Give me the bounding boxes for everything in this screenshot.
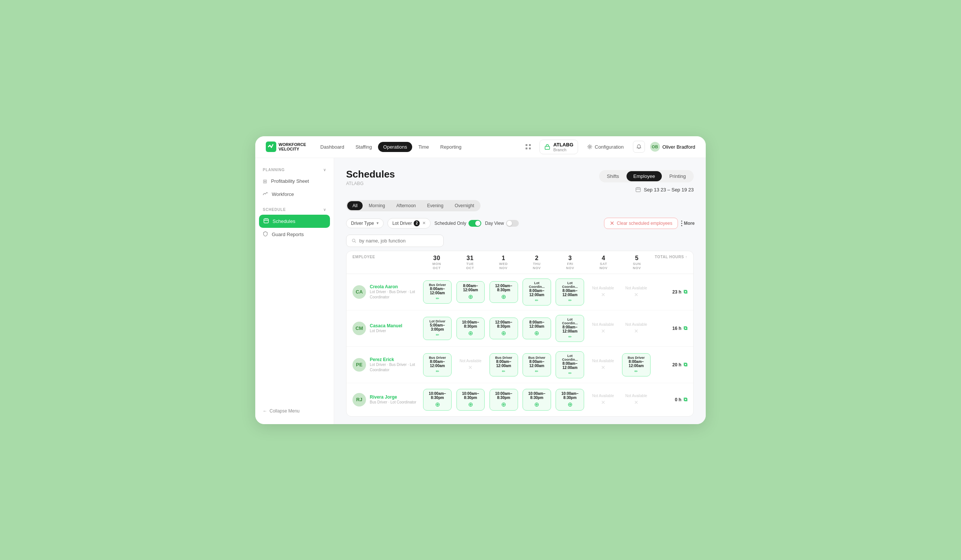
shift-cell-3-2[interactable]: 10:00am–8:30pm ⊕ <box>488 388 519 412</box>
branch-badge[interactable]: ATLABG Branch <box>540 140 578 154</box>
day-view-switch[interactable] <box>506 220 519 227</box>
grid-icon[interactable] <box>522 141 534 153</box>
shift-card[interactable]: 8:00am–12:00am ⊕ <box>522 318 551 339</box>
add-icon[interactable]: ⊕ <box>526 329 548 337</box>
add-icon[interactable]: ⊕ <box>493 293 515 300</box>
add-icon[interactable]: ⊕ <box>460 329 482 337</box>
shift-cell-3-0[interactable]: 10:00am–8:30pm ⊕ <box>421 388 453 412</box>
copy-icon[interactable]: ⧉ <box>684 361 687 368</box>
driver-type-filter[interactable]: Driver Type ▾ <box>346 218 384 228</box>
shift-cell-3-5[interactable]: Not Available ✕ <box>587 388 619 412</box>
shift-cell-1-2[interactable]: 12:00am–8:30pm ⊕ <box>488 316 519 340</box>
shift-card[interactable]: Lot Coordin... 8:00am–12:00am ✏ <box>556 279 584 305</box>
add-icon[interactable]: ⊕ <box>426 401 448 408</box>
add-icon[interactable]: ⊕ <box>559 401 581 408</box>
sidebar-item-schedules[interactable]: Schedules <box>259 215 330 228</box>
copy-icon[interactable]: ⧉ <box>684 325 687 331</box>
shift-card[interactable]: 10:00am–8:30pm ⊕ <box>522 389 551 411</box>
sort-icon[interactable]: ↑ <box>685 255 687 259</box>
edit-icon[interactable]: ✏ <box>526 298 548 303</box>
shift-cell-2-0[interactable]: Bus Driver 8:00am–12:00am ✏ <box>421 353 453 377</box>
edit-icon[interactable]: ✏ <box>493 369 515 374</box>
clear-scheduled-button[interactable]: Clear scheduled employees <box>604 218 678 229</box>
tab-printing[interactable]: Printing <box>662 171 693 181</box>
shift-cell-0-0[interactable]: Bus Driver 8:00am–12:00am ✏ <box>421 280 453 304</box>
time-tab-all[interactable]: All <box>347 201 363 210</box>
shift-card[interactable]: Bus Driver 8:00am–12:00am ✏ <box>423 280 452 304</box>
lot-driver-filter[interactable]: Lot Driver 2 ✕ <box>387 218 431 229</box>
nav-item-reporting[interactable]: Reporting <box>435 142 467 152</box>
edit-icon[interactable]: ✏ <box>559 298 581 303</box>
edit-icon[interactable]: ✏ <box>426 369 448 374</box>
more-button[interactable]: More <box>682 217 694 229</box>
shift-cell-2-6[interactable]: Bus Driver 8:00am–12:00am ✏ <box>620 353 652 377</box>
add-icon[interactable]: ⊕ <box>460 293 482 300</box>
add-icon[interactable]: ⊕ <box>493 329 515 337</box>
scheduled-only-toggle[interactable]: Scheduled Only <box>434 220 481 227</box>
time-tab-afternoon[interactable]: Afternoon <box>391 201 421 210</box>
edit-icon[interactable]: ✏ <box>526 369 548 374</box>
sidebar-item-guard-reports[interactable]: Guard Reports <box>255 228 334 241</box>
search-input-wrap[interactable] <box>346 234 444 247</box>
shift-cell-3-3[interactable]: 10:00am–8:30pm ⊕ <box>521 388 553 412</box>
shift-card[interactable]: Lot Coordin... 8:00am–12:00am ✏ <box>522 279 551 305</box>
shift-cell-1-1[interactable]: 10:00am–8:30pm ⊕ <box>455 316 486 340</box>
edit-icon[interactable]: ✏ <box>426 332 448 337</box>
time-tab-overnight[interactable]: Overnight <box>449 201 479 210</box>
edit-icon[interactable]: ✏ <box>559 334 581 339</box>
shift-cell-2-5[interactable]: Not Available ✕ <box>587 353 619 377</box>
add-icon[interactable]: ⊕ <box>493 401 515 408</box>
shift-card[interactable]: Bus Driver 8:00am–12:00am ✏ <box>423 353 452 377</box>
shift-cell-0-6[interactable]: Not Available ✕ <box>620 280 652 304</box>
shift-cell-1-5[interactable]: Not Available ✕ <box>587 316 619 340</box>
copy-icon[interactable]: ⧉ <box>684 289 687 295</box>
add-icon[interactable]: ⊕ <box>526 401 548 408</box>
tab-employee[interactable]: Employee <box>627 171 662 181</box>
shift-card[interactable]: 8:00am–12:00am ⊕ <box>456 281 485 303</box>
edit-icon[interactable]: ✏ <box>559 371 581 376</box>
edit-icon[interactable]: ✏ <box>625 369 647 374</box>
shift-cell-0-4[interactable]: Lot Coordin... 8:00am–12:00am ✏ <box>554 279 586 305</box>
shift-card[interactable]: 10:00am–8:30pm ⊕ <box>456 389 485 411</box>
tab-shifts[interactable]: Shifts <box>600 171 626 181</box>
copy-icon[interactable]: ⧉ <box>684 396 687 403</box>
collapse-menu-button[interactable]: ← Collapse Menu <box>255 404 334 418</box>
shift-cell-0-2[interactable]: 12:00am–8:30pm ⊕ <box>488 280 519 304</box>
shift-cell-1-6[interactable]: Not Available ✕ <box>620 316 652 340</box>
sidebar-item-workforce[interactable]: Workforce <box>255 188 334 201</box>
shift-cell-2-2[interactable]: Bus Driver 8:00am–12:00am ✏ <box>488 353 519 377</box>
user-button[interactable]: OB Oliver Bradford <box>650 142 695 152</box>
emp-name[interactable]: Rivera Jorge <box>370 395 416 400</box>
emp-name[interactable]: Casaca Manuel <box>370 323 402 329</box>
shift-cell-1-4[interactable]: Lot Coordin... 8:00am–12:00am ✏ <box>554 315 586 342</box>
config-button[interactable]: Configuration <box>583 142 627 152</box>
shift-card[interactable]: 10:00am–8:30pm ⊕ <box>556 389 584 411</box>
nav-item-operations[interactable]: Operations <box>378 142 413 152</box>
shift-cell-1-0[interactable]: Lot Driver 5:00am–3:00pm ✏ <box>421 316 453 340</box>
date-range[interactable]: Sep 13 23 – Sep 19 23 <box>636 187 694 193</box>
shift-card[interactable]: 10:00am–8:30pm ⊕ <box>490 389 518 411</box>
shift-cell-0-1[interactable]: 8:00am–12:00am ⊕ <box>455 280 486 304</box>
shift-cell-1-3[interactable]: 8:00am–12:00am ⊕ <box>521 316 553 340</box>
edit-icon[interactable]: ✏ <box>426 296 448 301</box>
nav-item-dashboard[interactable]: Dashboard <box>315 142 349 152</box>
shift-cell-2-4[interactable]: Lot Coordin... 8:00am–12:00am ✏ <box>554 351 586 378</box>
time-tab-evening[interactable]: Evening <box>422 201 448 210</box>
shift-cell-3-6[interactable]: Not Available ✕ <box>620 388 652 412</box>
day-view-toggle[interactable]: Day View <box>485 220 519 227</box>
shift-cell-2-1[interactable]: Not Available ✕ <box>455 353 486 377</box>
shift-card[interactable]: Bus Driver 8:00am–12:00am ✏ <box>522 353 551 377</box>
shift-card[interactable]: Lot Coordin... 8:00am–12:00am ✏ <box>556 315 584 342</box>
add-icon[interactable]: ⊕ <box>460 401 482 408</box>
shift-card[interactable]: Lot Coordin... 8:00am–12:00am ✏ <box>556 351 584 378</box>
nav-item-staffing[interactable]: Staffing <box>350 142 377 152</box>
scheduled-only-switch[interactable] <box>468 220 481 227</box>
shift-card[interactable]: 12:00am–8:30pm ⊕ <box>490 281 518 303</box>
sidebar-item-profitability[interactable]: ⊞ Profitability Sheet <box>255 175 334 188</box>
shift-card[interactable]: 10:00am–8:30pm ⊕ <box>423 389 452 411</box>
emp-name[interactable]: Perez Erick <box>370 357 420 362</box>
shift-card[interactable]: Bus Driver 8:00am–12:00am ✏ <box>622 353 651 377</box>
shift-cell-3-4[interactable]: 10:00am–8:30pm ⊕ <box>554 388 586 412</box>
shift-card[interactable]: Bus Driver 8:00am–12:00am ✏ <box>490 353 518 377</box>
shift-card[interactable]: 12:00am–8:30pm ⊕ <box>490 318 518 339</box>
